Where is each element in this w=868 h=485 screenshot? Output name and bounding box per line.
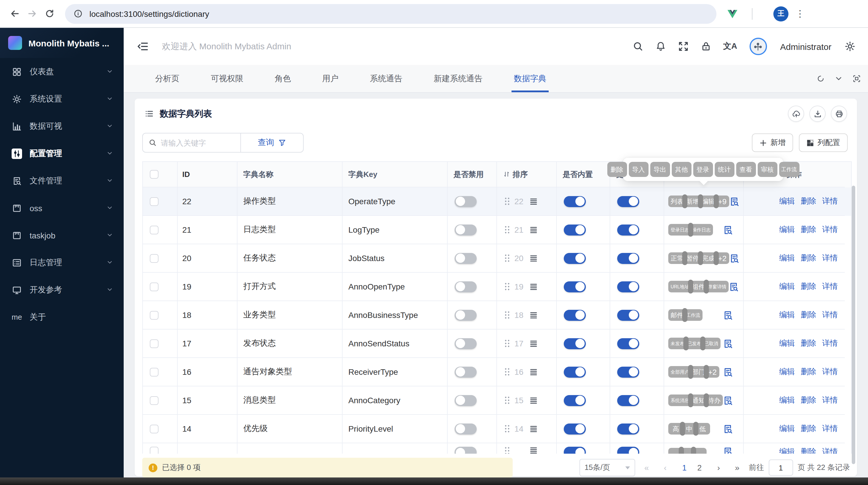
builtin-toggle[interactable] xyxy=(564,423,586,434)
view-dict-items-icon[interactable] xyxy=(723,395,733,405)
drag-handle-icon[interactable] xyxy=(504,368,510,376)
update-toggle[interactable] xyxy=(617,253,639,264)
update-toggle[interactable] xyxy=(617,338,639,349)
sort-menu-icon[interactable] xyxy=(529,340,538,347)
drag-handle-icon[interactable] xyxy=(504,447,510,454)
tab-notices[interactable]: 系统通告 xyxy=(362,65,410,92)
drag-handle-icon[interactable] xyxy=(504,396,510,405)
update-toggle[interactable] xyxy=(617,310,639,321)
update-toggle[interactable] xyxy=(617,366,639,377)
row-checkbox[interactable] xyxy=(150,311,158,319)
last-page-icon[interactable]: » xyxy=(730,459,744,476)
disabled-toggle[interactable] xyxy=(455,423,477,434)
sort-menu-icon[interactable] xyxy=(529,254,538,262)
delete-link[interactable]: 删除 xyxy=(801,253,816,263)
maximize-content-icon[interactable] xyxy=(852,74,861,83)
row-checkbox[interactable] xyxy=(150,447,158,454)
page-size-select[interactable]: 15条/页 xyxy=(579,459,635,476)
page-number-2[interactable]: 2 xyxy=(692,459,707,476)
language-switch-icon[interactable]: 文A xyxy=(723,41,737,52)
user-avatar[interactable] xyxy=(749,38,767,55)
tab-dictionary[interactable]: 数据字典 xyxy=(506,65,555,92)
print-icon[interactable] xyxy=(831,105,847,122)
tab-roles[interactable]: 角色 xyxy=(267,65,299,92)
detail-link[interactable]: 详情 xyxy=(822,447,838,454)
view-dict-items-icon[interactable] xyxy=(729,253,739,263)
page-number-1[interactable]: 1 xyxy=(677,459,692,476)
builtin-toggle[interactable] xyxy=(564,253,586,264)
row-checkbox[interactable] xyxy=(150,197,158,206)
collapse-menu-icon[interactable] xyxy=(136,40,149,53)
row-checkbox[interactable] xyxy=(150,396,158,405)
disabled-toggle[interactable] xyxy=(455,281,477,292)
row-checkbox[interactable] xyxy=(150,254,158,262)
detail-link[interactable]: 详情 xyxy=(822,423,838,434)
view-dict-items-icon[interactable] xyxy=(723,310,733,320)
url-bar[interactable]: localhost:3100/settings/dictionary xyxy=(65,4,716,24)
delete-link[interactable]: 删除 xyxy=(801,310,816,320)
update-toggle[interactable] xyxy=(617,447,639,454)
row-checkbox[interactable] xyxy=(150,367,158,376)
back-button[interactable] xyxy=(6,5,23,22)
row-checkbox[interactable] xyxy=(150,225,158,234)
builtin-toggle[interactable] xyxy=(564,310,586,321)
detail-link[interactable]: 详情 xyxy=(822,225,838,235)
view-dict-items-icon[interactable] xyxy=(723,225,733,235)
sidebar-item-system-settings[interactable]: 系统设置 xyxy=(0,85,124,112)
drag-handle-icon[interactable] xyxy=(504,283,510,291)
delete-link[interactable]: 删除 xyxy=(801,338,816,349)
sidebar-item-about[interactable]: me关于 xyxy=(0,303,124,331)
delete-link[interactable]: 删除 xyxy=(801,423,816,434)
notifications-bell-icon[interactable] xyxy=(655,41,666,52)
detail-link[interactable]: 详情 xyxy=(822,253,838,263)
detail-link[interactable]: 详情 xyxy=(822,395,838,406)
sort-menu-icon[interactable] xyxy=(529,425,538,432)
view-dict-items-icon[interactable] xyxy=(723,367,733,377)
detail-link[interactable]: 详情 xyxy=(822,338,838,349)
browser-menu-icon[interactable]: ⋮ xyxy=(796,8,805,19)
view-dict-items-icon[interactable] xyxy=(728,282,739,292)
sidebar-item-file-management[interactable]: 文件管理 xyxy=(0,167,124,194)
update-toggle[interactable] xyxy=(617,281,639,292)
download-icon[interactable] xyxy=(809,105,826,122)
forward-button[interactable] xyxy=(23,5,41,22)
builtin-toggle[interactable] xyxy=(564,224,586,235)
tab-permissions[interactable]: 可视权限 xyxy=(203,65,251,92)
tab-new-notice[interactable]: 新建系统通告 xyxy=(426,65,491,92)
sort-menu-icon[interactable] xyxy=(529,396,538,404)
tab-analysis[interactable]: 分析页 xyxy=(147,65,188,92)
sidebar-item-dev-reference[interactable]: 开发参考 xyxy=(0,276,124,303)
table-scrollbar[interactable] xyxy=(852,186,855,464)
prev-page-icon[interactable]: ‹ xyxy=(658,459,672,476)
detail-link[interactable]: 详情 xyxy=(822,310,838,320)
row-checkbox[interactable] xyxy=(150,424,158,433)
header-sort[interactable]: 排序 xyxy=(497,162,557,187)
builtin-toggle[interactable] xyxy=(564,196,586,207)
disabled-toggle[interactable] xyxy=(455,310,477,321)
query-button[interactable]: 查询 xyxy=(240,133,303,152)
delete-link[interactable]: 删除 xyxy=(801,367,816,377)
detail-link[interactable]: 详情 xyxy=(822,196,838,206)
update-toggle[interactable] xyxy=(617,224,639,235)
edit-link[interactable]: 编辑 xyxy=(779,367,795,377)
column-config-button[interactable]: 列配置 xyxy=(799,133,848,152)
vue-devtools-icon[interactable] xyxy=(727,9,738,19)
builtin-toggle[interactable] xyxy=(564,366,586,377)
edit-link[interactable]: 编辑 xyxy=(779,310,795,320)
fullscreen-icon[interactable] xyxy=(678,41,688,52)
builtin-toggle[interactable] xyxy=(564,281,586,292)
first-page-icon[interactable]: « xyxy=(640,459,653,476)
detail-link[interactable]: 详情 xyxy=(822,367,838,377)
view-dict-items-icon[interactable] xyxy=(729,196,739,206)
browser-profile-avatar[interactable]: 王 xyxy=(773,6,788,21)
update-toggle[interactable] xyxy=(617,423,639,434)
disabled-toggle[interactable] xyxy=(455,196,477,207)
disabled-toggle[interactable] xyxy=(455,253,477,264)
update-toggle[interactable] xyxy=(617,196,639,207)
row-checkbox[interactable] xyxy=(150,282,158,291)
drag-handle-icon[interactable] xyxy=(504,340,510,348)
sort-menu-icon[interactable] xyxy=(529,198,538,205)
drag-handle-icon[interactable] xyxy=(504,197,510,205)
sidebar-item-config-management[interactable]: 配置管理 xyxy=(0,140,124,167)
delete-link[interactable]: 删除 xyxy=(801,281,816,292)
